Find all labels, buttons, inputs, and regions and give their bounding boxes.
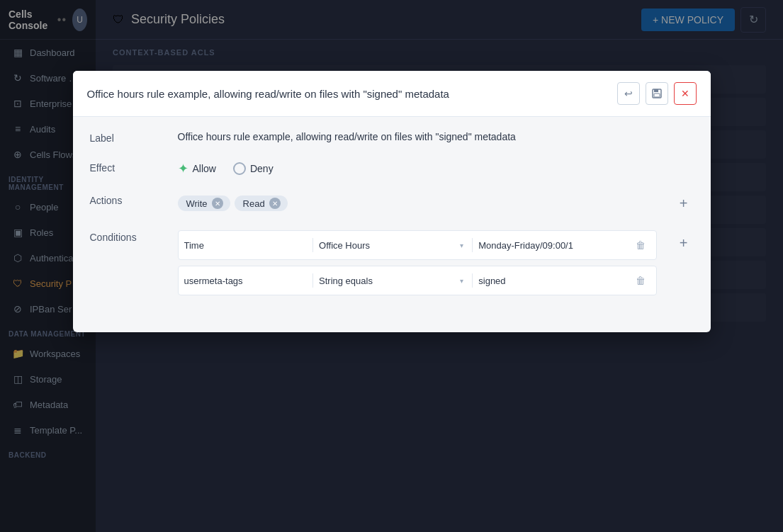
- conditions-row: Conditions Office Hours String equals: [90, 230, 694, 301]
- divider: [472, 273, 473, 288]
- modal-overlay: Office hours rule example, allowing read…: [0, 0, 783, 532]
- read-tag-remove[interactable]: ✕: [269, 198, 281, 209]
- modal-body: Label Office hours rule example, allowin…: [73, 117, 711, 332]
- actions-tags-container: Write ✕ Read ✕ +: [178, 193, 694, 213]
- read-tag: Read ✕: [235, 196, 288, 211]
- close-button[interactable]: ✕: [674, 82, 697, 105]
- condition-operator-2[interactable]: String equals Office Hours: [319, 276, 466, 286]
- effect-field-label: Effect: [90, 161, 161, 174]
- deny-radio[interactable]: [233, 162, 246, 175]
- condition-row-1: Office Hours String equals 🗑: [178, 230, 657, 260]
- actions-row: Actions Write ✕ Read ✕ +: [90, 193, 694, 213]
- modal-action-buttons: ↩ ✕: [617, 82, 697, 105]
- divider: [472, 238, 473, 252]
- condition-value-2[interactable]: [478, 276, 626, 286]
- condition-value-1[interactable]: [478, 240, 626, 251]
- svg-rect-1: [654, 89, 658, 92]
- condition-operator-2-wrapper: String equals Office Hours: [319, 276, 466, 286]
- delete-condition-1-button[interactable]: 🗑: [631, 235, 650, 255]
- read-tag-label: Read: [243, 198, 265, 209]
- label-field-value: Office hours rule example, allowing read…: [178, 131, 694, 142]
- modal-header: Office hours rule example, allowing read…: [73, 71, 711, 117]
- deny-label: Deny: [250, 163, 274, 174]
- allow-icon: ✦: [178, 161, 188, 176]
- modal-dialog: Office hours rule example, allowing read…: [73, 71, 711, 332]
- add-action-button[interactable]: +: [674, 193, 694, 213]
- conditions-field-label: Conditions: [90, 230, 161, 243]
- write-tag-remove[interactable]: ✕: [212, 198, 223, 209]
- condition-row-2: String equals Office Hours 🗑: [178, 266, 657, 295]
- condition-field-2[interactable]: [184, 276, 308, 286]
- effect-row: Effect ✦ Allow Deny: [90, 161, 694, 176]
- label-field-label: Label: [90, 131, 161, 144]
- svg-rect-2: [654, 94, 660, 97]
- condition-field-1[interactable]: [184, 240, 308, 251]
- condition-operator-1-wrapper: Office Hours String equals: [319, 240, 466, 251]
- save-button[interactable]: [646, 82, 668, 105]
- divider: [312, 273, 313, 288]
- label-row: Label Office hours rule example, allowin…: [90, 131, 694, 144]
- undo-button[interactable]: ↩: [617, 82, 640, 105]
- effect-deny-option[interactable]: Deny: [233, 162, 274, 175]
- actions-field-label: Actions: [90, 193, 161, 206]
- write-tag: Write ✕: [178, 196, 230, 211]
- effect-allow-option[interactable]: ✦ Allow: [178, 161, 216, 176]
- allow-label: Allow: [193, 163, 216, 174]
- add-condition-button[interactable]: +: [674, 233, 694, 253]
- condition-operator-1[interactable]: Office Hours String equals: [319, 240, 466, 251]
- effect-options: ✦ Allow Deny: [178, 161, 274, 176]
- modal-title: Office hours rule example, allowing read…: [87, 88, 449, 100]
- conditions-list: Office Hours String equals 🗑: [178, 230, 657, 301]
- write-tag-label: Write: [186, 198, 208, 209]
- divider: [312, 238, 313, 252]
- delete-condition-2-button[interactable]: 🗑: [631, 271, 650, 290]
